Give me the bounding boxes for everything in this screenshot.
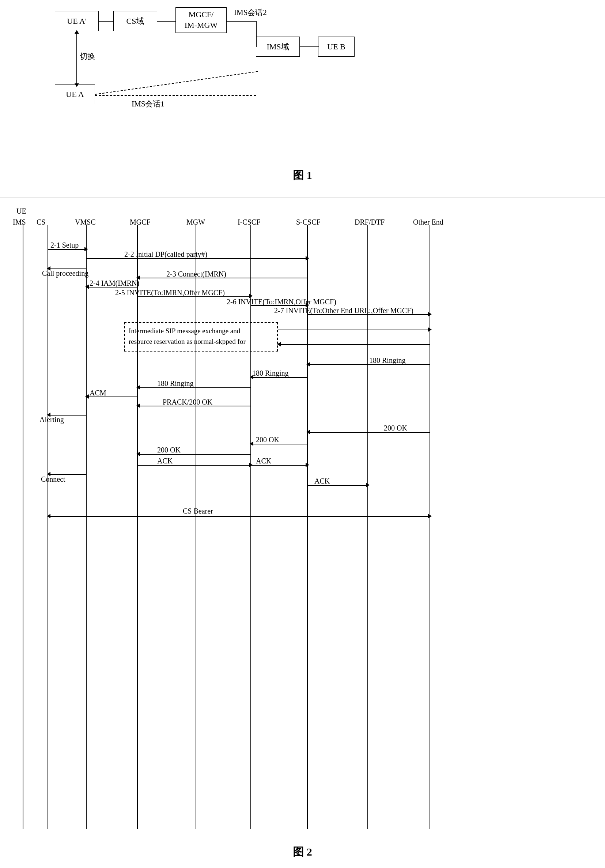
col-vmsc: VMSC bbox=[75, 218, 96, 226]
label-ack1: ACK bbox=[157, 457, 173, 465]
label-handover: 切换 bbox=[80, 51, 95, 62]
arrow-m24 bbox=[85, 285, 89, 289]
line-intermediate-r bbox=[278, 330, 430, 330]
line-ringing2b bbox=[137, 388, 251, 388]
box-cs-domain: CS域 bbox=[113, 11, 157, 31]
box-ims-domain: IMS域 bbox=[256, 37, 300, 57]
col-icscf: I-CSCF bbox=[238, 218, 260, 226]
dashed-intermediate: Intermediate SIP message exchange and re… bbox=[124, 322, 278, 352]
label-m24: 2-4 IAM(IMRN) bbox=[90, 279, 139, 287]
arrow-intermediate-ret bbox=[277, 342, 281, 346]
arrow-cs-bearer-l bbox=[47, 514, 50, 518]
line-cs-mgcf bbox=[157, 21, 176, 22]
arrow-up bbox=[74, 30, 79, 34]
col-ims: IMS bbox=[13, 218, 26, 226]
lifeline-vmsc bbox=[86, 225, 87, 829]
arrow-200ok1 bbox=[306, 430, 310, 434]
line-intermediate-ret bbox=[278, 344, 430, 345]
label-m21: 2-1 Setup bbox=[50, 241, 79, 250]
label-ims-session1: IMS会话1 bbox=[132, 99, 164, 109]
label-connect: Connect bbox=[41, 475, 65, 484]
label-m27: 2-7 INVITE(To:Other End URL:,Offer MGCF) bbox=[274, 307, 413, 315]
lifeline-ims bbox=[23, 225, 23, 829]
label-m23: 2-3 Connect(IMRN) bbox=[166, 270, 226, 278]
col-drfdtf: DRF/DTF bbox=[354, 218, 385, 226]
arrow-m21 bbox=[84, 247, 88, 251]
lifeline-mgw bbox=[196, 225, 196, 829]
fig1-caption: 图 1 bbox=[293, 168, 312, 183]
arrow-intermediate-r bbox=[428, 327, 432, 332]
arrow-ack2 bbox=[306, 463, 309, 467]
label-call-proc: Call proceeding bbox=[42, 269, 88, 277]
lifeline-cs bbox=[48, 225, 48, 829]
dashed-ims-session1 bbox=[95, 71, 258, 95]
line-200ok2b bbox=[137, 454, 251, 455]
arrow-200ok2b bbox=[136, 452, 140, 456]
label-alerting: Alerting bbox=[39, 415, 64, 424]
arrow-m27 bbox=[428, 312, 432, 316]
label-m25: 2-5 INVITE(To:IMRN,Offer MGCF) bbox=[115, 288, 225, 297]
arrow-ringing1 bbox=[306, 362, 310, 366]
line-ims-ueb bbox=[300, 46, 319, 47]
box-ue-a: UE A bbox=[55, 84, 95, 104]
col-ue: UE bbox=[17, 207, 26, 215]
box-ueA-prime: UE A' bbox=[55, 11, 99, 31]
label-ims-session2: IMS会话2 bbox=[234, 7, 267, 17]
label-m26: 2-6 INVITE(To:IMRN,Offer MGCF) bbox=[227, 298, 336, 306]
fig2-caption: 图 2 bbox=[293, 845, 312, 860]
col-scscf: S-CSCF bbox=[296, 218, 320, 226]
label-200ok1: 200 OK bbox=[384, 424, 407, 432]
label-200ok2a: 200 OK bbox=[256, 436, 279, 444]
line-connect bbox=[48, 474, 86, 475]
box-mgcf-immgw: MGCF/IM-MGW bbox=[175, 7, 227, 33]
label-ringing2b: 180 Ringing bbox=[157, 379, 193, 388]
line-200ok1 bbox=[307, 432, 430, 433]
label-ringing1: 180 Ringing bbox=[369, 356, 405, 365]
label-m22: 2-2 Initial DP(called party#) bbox=[124, 250, 207, 259]
arrow-200ok2a bbox=[250, 442, 253, 446]
figure2: UE IMS CS VMSC MGCF MGW I-CSCF S-CSCF DR… bbox=[0, 197, 605, 863]
figure1: UE A' CS域 MGCF/IM-MGW IMS域 UE B UE A 切换 … bbox=[0, 0, 605, 190]
arrow-cs-bearer-r bbox=[428, 514, 432, 518]
col-cs: CS bbox=[37, 218, 45, 226]
label-ack3: ACK bbox=[314, 477, 330, 485]
dashed-ims-session1-h bbox=[95, 95, 256, 96]
line-mgcf-ims-h bbox=[227, 21, 257, 22]
label-ringing2a: 180 Ringing bbox=[252, 369, 288, 378]
arrow-down bbox=[74, 84, 79, 87]
label-prack: PRACK/200 OK bbox=[162, 398, 212, 406]
arrow-ack3 bbox=[366, 483, 370, 487]
label-ack2: ACK bbox=[256, 457, 271, 465]
lifeline-icscf bbox=[251, 225, 251, 829]
col-mgcf: MGCF bbox=[130, 218, 151, 226]
box-ue-b: UE B bbox=[318, 37, 354, 57]
arrow-ringing2b bbox=[136, 385, 140, 389]
line-cs-bearer bbox=[48, 516, 430, 517]
lifeline-mgcf bbox=[137, 225, 138, 829]
label-acm: ACM bbox=[90, 389, 107, 397]
col-other-end: Other End bbox=[413, 218, 443, 226]
line-ueAprime-cs bbox=[99, 21, 114, 22]
line-ringing1 bbox=[307, 364, 430, 365]
lifeline-drfdtf bbox=[367, 225, 368, 829]
arrow-prack bbox=[136, 403, 140, 408]
arrow-m22 bbox=[306, 256, 309, 260]
label-cs-bearer: CS Bearer bbox=[183, 507, 213, 515]
label-200ok2b: 200 OK bbox=[157, 446, 181, 454]
line-ack1 bbox=[137, 465, 251, 466]
line-mgcf-ims-v bbox=[256, 21, 257, 47]
switch-vline bbox=[76, 31, 77, 84]
arrow-acm bbox=[85, 394, 89, 399]
lifeline-scscf bbox=[307, 225, 308, 829]
